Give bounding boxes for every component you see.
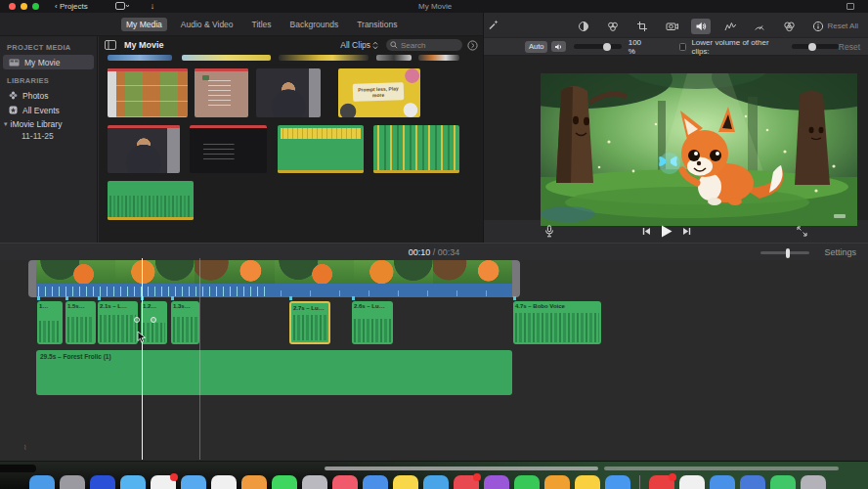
sidebar-item-all-events[interactable]: All Events (0, 103, 97, 117)
dock-app-icon[interactable] (272, 475, 297, 489)
dock-app-icon[interactable] (363, 475, 388, 489)
fade-handle[interactable] (151, 317, 156, 323)
dock-app-icon[interactable] (151, 475, 176, 489)
sidebar-item-photos[interactable]: Photos (0, 88, 97, 103)
sidebar-item-imovie-library[interactable]: ▾ iMovie Library (0, 117, 97, 131)
volume-icon[interactable] (691, 19, 711, 34)
timeline-zoom-knob[interactable] (786, 248, 790, 258)
music-clip[interactable]: 29.5s – Forest Frolic (1) (36, 350, 512, 395)
dock-app-icon[interactable] (649, 475, 674, 489)
thumbnail-sliver[interactable] (418, 55, 459, 61)
dock-app-icon[interactable] (801, 475, 826, 489)
media-thumbnail-audio-1[interactable] (278, 125, 364, 173)
sidebar-item-library-date[interactable]: 11-11-25 (0, 131, 97, 144)
dock-app-icon[interactable] (605, 475, 630, 489)
dock-app-icon[interactable] (60, 475, 85, 489)
all-clips-dropdown[interactable]: All Clips (340, 40, 378, 50)
crop-icon[interactable] (632, 19, 652, 34)
dock-app-icon[interactable] (90, 475, 115, 489)
voiceover-mic-icon[interactable] (544, 225, 554, 238)
dock-app-icon[interactable] (393, 475, 418, 489)
search-field[interactable] (386, 39, 462, 51)
media-thumbnail-slide[interactable]: Prompt less, Play more (338, 68, 420, 117)
minimize-window-button[interactable] (21, 3, 27, 10)
clip-appearance-button[interactable] (467, 40, 478, 51)
media-thumbnail-presenter[interactable] (256, 68, 321, 117)
dock-app-icon[interactable] (181, 475, 206, 489)
previous-frame-button[interactable] (642, 227, 651, 236)
projects-back-button[interactable]: ‹ Projects (55, 2, 88, 11)
trim-handle-left[interactable] (28, 260, 36, 297)
sidebar-toggle-icon[interactable] (105, 40, 116, 50)
fullscreen-icon[interactable] (797, 226, 807, 237)
enhance-wand-icon[interactable] (488, 19, 499, 30)
trim-handle-right[interactable] (512, 260, 520, 297)
dock-app-icon[interactable] (575, 475, 600, 489)
tab-item[interactable]: Backgrounds (285, 18, 344, 31)
reset-all-button[interactable]: Reset All (827, 22, 858, 30)
volume-slider[interactable] (574, 44, 621, 49)
tab-item[interactable]: Transitions (352, 18, 402, 31)
dock-app-icon[interactable] (544, 475, 570, 489)
audio-clip[interactable]: 1.3s… (171, 301, 199, 344)
media-thumbnail-audio-3[interactable] (108, 181, 194, 220)
dock-app-icon[interactable] (639, 475, 640, 489)
media-thumbnail-terminal[interactable] (190, 125, 267, 173)
audio-clip[interactable]: 1… (37, 301, 63, 344)
tab-item[interactable]: Audio & Video (176, 18, 239, 31)
media-thumbnail-fox-grid[interactable] (108, 68, 188, 117)
audio-clip[interactable]: 2.7s – Lu… (289, 301, 330, 344)
dock-app-icon[interactable] (211, 475, 237, 489)
dock-app-icon[interactable] (241, 475, 267, 489)
thumbnail-sliver[interactable] (279, 55, 369, 61)
play-button[interactable] (661, 225, 673, 238)
zoom-window-button[interactable] (32, 3, 39, 10)
video-clip-filmstrip[interactable] (36, 260, 512, 284)
thumbnail-sliver[interactable] (108, 55, 172, 61)
audio-clip[interactable]: 2.1s – L… (98, 301, 138, 344)
close-window-button[interactable] (9, 3, 16, 10)
lower-volume-knob[interactable] (808, 43, 816, 51)
noise-reduction-icon[interactable] (720, 19, 740, 34)
next-frame-button[interactable] (682, 227, 691, 236)
playhead[interactable] (142, 258, 143, 460)
dock-app-icon[interactable] (423, 475, 449, 489)
color-balance-icon[interactable] (574, 19, 593, 34)
dock-app-icon[interactable] (454, 475, 479, 489)
thumbnail-sliver[interactable] (182, 55, 271, 61)
media-thumbnail-document[interactable] (195, 68, 248, 117)
sidebar-item-my-movie[interactable]: My Movie (3, 55, 94, 69)
dock-app-icon[interactable] (302, 475, 327, 489)
speed-icon[interactable] (750, 19, 769, 34)
fade-handle[interactable] (134, 317, 140, 323)
stabilization-icon[interactable] (662, 19, 681, 34)
lower-volume-slider[interactable] (792, 44, 839, 49)
auto-button[interactable]: Auto (525, 41, 547, 53)
dock-app-icon[interactable] (332, 475, 358, 489)
dock-app-icon[interactable] (514, 475, 540, 489)
speaker-button[interactable] (551, 41, 566, 52)
info-icon[interactable] (808, 19, 828, 34)
reset-button[interactable]: Reset (839, 42, 860, 52)
dock-app-icon[interactable] (710, 475, 735, 489)
dock-app-icon[interactable] (120, 475, 146, 489)
dock-app-icon[interactable] (484, 475, 509, 489)
dock-app-icon[interactable] (770, 475, 796, 489)
timeline-zoom-slider[interactable] (760, 251, 809, 254)
audio-clip[interactable]: 2.6s – Lu… (352, 301, 393, 344)
dock-app-icon[interactable] (740, 475, 765, 489)
timeline-settings-button[interactable]: Settings (824, 247, 856, 257)
clip-filter-icon[interactable] (779, 19, 799, 34)
search-input[interactable] (401, 41, 457, 50)
window-action-icon[interactable] (846, 3, 854, 10)
color-correction-icon[interactable] (603, 19, 623, 34)
thumbnail-sliver[interactable] (376, 55, 412, 61)
volume-slider-knob[interactable] (603, 43, 611, 51)
tab-item[interactable]: Titles (247, 18, 277, 31)
tab-item[interactable]: My Media (121, 18, 167, 31)
audio-clip[interactable]: 4.7s – Bobo Voice (513, 301, 601, 344)
audio-clip[interactable]: 1.5s… (65, 301, 96, 344)
lower-volume-checkbox[interactable] (679, 43, 687, 51)
media-thumbnail-presenter-2[interactable] (108, 125, 180, 173)
download-arrow-icon[interactable]: ↓ (151, 2, 155, 11)
